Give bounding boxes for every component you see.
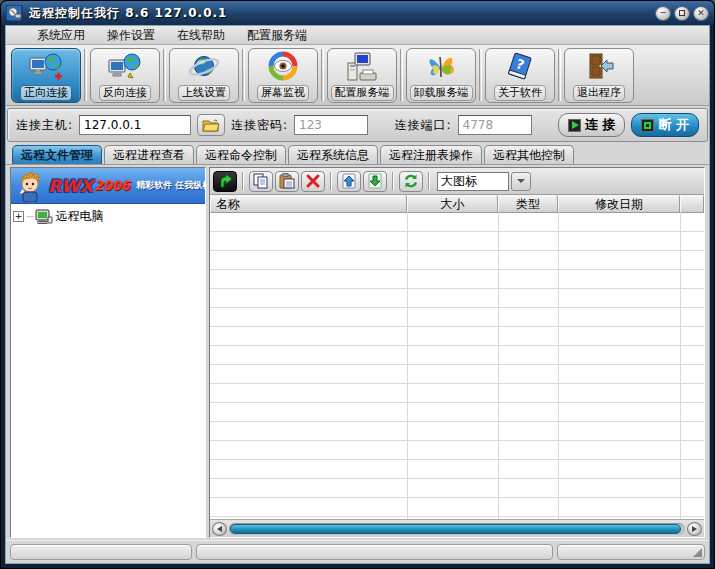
app-window: 远程控制任我行 8.6 127.0.0.1 ─ ✕ 系统应用 操作设置 在线帮助… [0,0,715,569]
connect-play-icon [568,119,581,132]
file-panel: 大图标 名称 大小 类型 修改日期 [209,167,705,538]
tab-registry[interactable]: 远程注册表操作 [380,145,482,164]
maximize-button[interactable] [674,6,690,21]
exit-program-button[interactable]: 退出程序 [564,48,634,103]
file-toolbar-separator [242,172,244,190]
uninstall-server-icon [424,51,458,83]
column-header-size[interactable]: 大小 [407,195,498,213]
file-list[interactable] [210,213,704,519]
banner-year: 2006 [94,178,130,193]
open-host-list-button[interactable] [197,114,225,136]
online-settings-button[interactable]: 上线设置 [169,48,239,103]
list-header: 名称 大小 类型 修改日期 [210,195,704,213]
configure-server-icon [345,51,379,83]
refresh-button[interactable] [399,171,423,192]
tree-item-label: 远程电脑 [55,208,103,225]
copy-button[interactable] [249,171,273,192]
horizontal-scrollbar[interactable] [210,519,704,537]
host-label: 连接主机: [16,117,73,134]
tree-item-remote-computer[interactable]: + ···· 远程电脑 [13,208,203,225]
main-toolbar: 正向连接 反向连接 上线设置 屏幕监视 [6,45,709,106]
window-title: 远程控制任我行 8.6 127.0.0.1 [29,5,655,22]
tab-bar: 远程文件管理 远程进程查看 远程命令控制 远程系统信息 远程注册表操作 远程其他… [6,144,709,165]
maximize-icon [679,10,685,16]
upload-icon [341,173,357,189]
resize-grip[interactable] [693,548,702,557]
tab-system-info[interactable]: 远程系统信息 [288,145,378,164]
toolbar-button-label: 配置服务端 [331,85,394,101]
port-label: 连接端口: [395,117,452,134]
status-segment-2 [196,544,553,560]
about-software-icon: ? [503,51,537,83]
chevron-down-icon [517,179,525,183]
delete-x-icon [305,173,321,189]
screen-monitor-button[interactable]: 屏幕监视 [248,48,318,103]
toolbar-separator [163,49,166,101]
toolbar-button-label: 关于软件 [494,85,546,101]
banner-slogan: 精彩软件 任我纵横 [136,179,205,192]
close-button[interactable]: ✕ [693,6,709,21]
column-gridline [407,213,408,519]
minimize-button[interactable]: ─ [655,6,671,21]
file-toolbar-separator [428,172,430,190]
status-segment-1 [10,544,192,560]
tab-other-control[interactable]: 远程其他控制 [484,145,574,164]
menu-operation[interactable]: 操作设置 [96,27,166,44]
column-header-name[interactable]: 名称 [210,195,407,213]
toolbar-separator [84,49,87,101]
main-content: RWX2006 精彩软件 任我纵横 + ···· 远程电脑 [6,165,709,540]
menu-help[interactable]: 在线帮助 [166,27,236,44]
column-header-date[interactable]: 修改日期 [558,195,680,213]
menu-config-server[interactable]: 配置服务端 [236,27,318,44]
computer-icon [35,209,53,224]
forward-connect-icon [29,51,63,83]
tree-expander-icon[interactable]: + [13,211,24,222]
tab-command-control[interactable]: 远程命令控制 [196,145,286,164]
uninstall-server-button[interactable]: 卸载服务端 [406,48,476,103]
disconnect-button[interactable]: 断 开 [631,113,699,137]
mascot-icon [15,170,45,202]
connect-button-label: 连 接 [585,116,616,134]
upload-button[interactable] [337,171,361,192]
delete-button[interactable] [301,171,325,192]
go-up-button[interactable] [213,171,237,192]
reverse-connect-button[interactable]: 反向连接 [90,48,160,103]
sidebar-panel: RWX2006 精彩软件 任我纵横 + ···· 远程电脑 [10,167,206,538]
scroll-left-icon [217,526,222,532]
paste-icon [279,173,295,189]
toolbar-separator [242,49,245,101]
scroll-left-button[interactable] [212,522,227,536]
view-mode-dropdown-button[interactable] [511,172,531,191]
configure-server-button[interactable]: 配置服务端 [327,48,397,103]
sidebar-banner: RWX2006 精彩软件 任我纵横 [11,168,205,204]
download-button[interactable] [363,171,387,192]
host-input[interactable] [79,115,191,135]
password-input[interactable] [294,115,368,135]
toolbar-button-label: 屏幕监视 [257,85,309,101]
scroll-right-button[interactable] [687,522,702,536]
toolbar-button-label: 卸载服务端 [410,85,473,101]
forward-connect-button[interactable]: 正向连接 [11,48,81,103]
scrollbar-thumb[interactable] [230,524,681,534]
scrollbar-track[interactable] [229,523,685,535]
status-segment-3 [557,544,705,560]
port-input[interactable] [458,115,532,135]
menu-system[interactable]: 系统应用 [26,27,96,44]
column-header-type[interactable]: 类型 [498,195,558,213]
toolbar-separator [321,49,324,101]
window-controls: ─ ✕ [655,6,709,21]
password-label: 连接密码: [231,117,288,134]
paste-button[interactable] [275,171,299,192]
column-gridline [680,213,681,519]
file-toolbar-separator [392,172,394,190]
connect-button[interactable]: 连 接 [558,113,626,137]
about-software-button[interactable]: ? 关于软件 [485,48,555,103]
scroll-right-icon [692,526,697,532]
column-gridline [498,213,499,519]
tab-file-manager[interactable]: 远程文件管理 [12,145,102,164]
remote-computer-tree[interactable]: + ···· 远程电脑 [11,204,205,537]
view-mode-select[interactable]: 大图标 [437,172,509,191]
tab-process-view[interactable]: 远程进程查看 [104,145,194,164]
status-bar [6,540,709,563]
disconnect-stop-icon [641,119,654,132]
